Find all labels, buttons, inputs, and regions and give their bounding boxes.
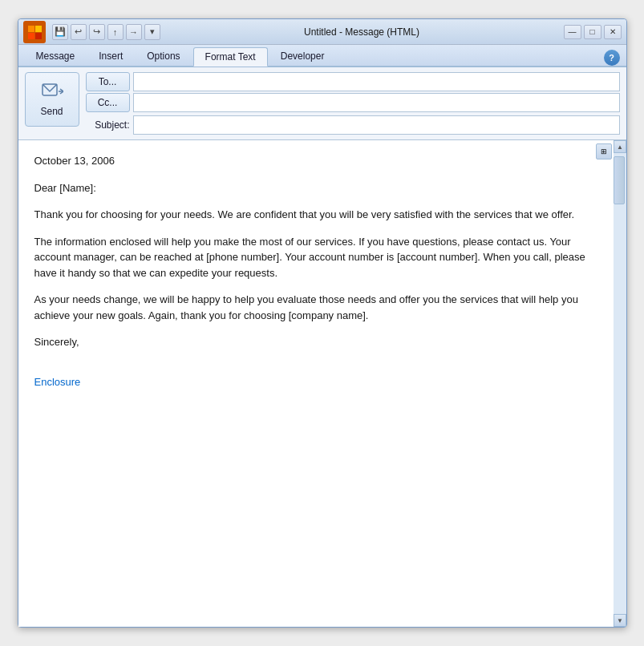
message-para3: As your needs change, we will be happy t… — [34, 292, 597, 323]
message-para2: The information enclosed will help you m… — [34, 234, 597, 281]
titlebar: 💾 ↩ ↪ ↑ → ▾ Untitled - Message (HTML) — … — [18, 19, 626, 45]
maximize-button[interactable]: □ — [584, 25, 601, 39]
svg-rect-1 — [35, 26, 42, 32]
window-controls: — □ ✕ — [564, 25, 622, 39]
pin-tool-btn[interactable]: ▾ — [144, 24, 160, 40]
scroll-track[interactable] — [614, 153, 626, 614]
save-tool-btn[interactable]: 💾 — [52, 24, 68, 40]
outlook-window: 💾 ↩ ↪ ↑ → ▾ Untitled - Message (HTML) — … — [18, 18, 627, 628]
message-closing: Sincerely, — [34, 334, 597, 350]
message-para1: Thank you for choosing for your needs. W… — [34, 207, 597, 223]
message-greeting: Dear [Name]: — [34, 180, 597, 196]
to-row: To... — [86, 72, 620, 91]
to-input[interactable] — [133, 72, 620, 91]
forward-tool-btn[interactable]: → — [126, 24, 142, 40]
tab-message[interactable]: Message — [25, 46, 87, 66]
minimize-button[interactable]: — — [564, 25, 581, 39]
expand-btn[interactable]: ⊞ — [596, 143, 612, 159]
svg-rect-0 — [28, 26, 34, 32]
message-enclosure: Enclosure — [34, 374, 597, 390]
scroll-thumb[interactable] — [614, 156, 625, 204]
cc-button[interactable]: Cc... — [86, 93, 130, 112]
message-body[interactable]: October 13, 2006 Dear [Name]: Thank you … — [18, 140, 614, 627]
send-icon — [41, 83, 63, 103]
tab-format-text[interactable]: Format Text — [193, 47, 268, 67]
to-button[interactable]: To... — [86, 72, 130, 91]
subject-input[interactable] — [133, 115, 620, 135]
scroll-down-arrow[interactable]: ▼ — [614, 614, 626, 627]
undo-tool-btn[interactable]: ↩ — [71, 24, 87, 40]
cc-input[interactable] — [133, 93, 620, 112]
redo-tool-btn[interactable]: ↪ — [89, 24, 105, 40]
window-title: Untitled - Message (HTML) — [164, 26, 561, 38]
email-fields: To... Cc... Subject: — [86, 72, 620, 135]
svg-rect-3 — [35, 33, 42, 39]
subject-label: Subject: — [86, 119, 130, 131]
message-area: ⊞ October 13, 2006 Dear [Name]: Thank yo… — [18, 140, 626, 627]
subject-row: Subject: — [86, 115, 620, 135]
quick-access-toolbar: 💾 ↩ ↪ ↑ → ▾ — [52, 24, 160, 40]
svg-rect-2 — [28, 33, 34, 39]
tab-insert[interactable]: Insert — [87, 46, 134, 66]
send-button[interactable]: Send — [25, 72, 79, 127]
up-tool-btn[interactable]: ↑ — [107, 24, 124, 40]
send-label: Send — [40, 106, 63, 117]
help-button[interactable]: ? — [604, 50, 620, 66]
close-button[interactable]: ✕ — [604, 25, 622, 39]
cc-row: Cc... — [86, 93, 620, 112]
scrollbar: ▲ ▼ — [614, 140, 626, 627]
email-form: Send To... Cc... Subject: — [18, 67, 626, 140]
tab-options[interactable]: Options — [136, 46, 191, 66]
message-date: October 13, 2006 — [34, 153, 597, 169]
scroll-up-arrow[interactable]: ▲ — [614, 140, 626, 153]
ribbon-tabs: Message Insert Options Format Text Devel… — [18, 45, 626, 67]
office-logo — [23, 21, 46, 43]
tab-developer[interactable]: Developer — [269, 46, 336, 66]
